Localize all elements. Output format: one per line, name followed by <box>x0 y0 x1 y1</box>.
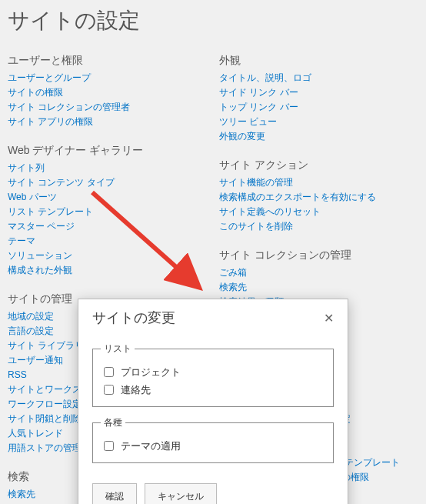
settings-link[interactable]: サイト アプリの権限 <box>8 115 207 129</box>
settings-link[interactable]: サイトの権限 <box>8 85 207 99</box>
checkbox[interactable] <box>104 441 114 451</box>
settings-link[interactable]: 検索構成のエクスポートを有効にする <box>219 190 418 204</box>
checkbox-label: 連絡先 <box>121 383 151 397</box>
confirm-button[interactable]: 確認 <box>92 483 137 504</box>
settings-section: Web デザイナー ギャラリーサイト列サイト コンテンツ タイプWeb パーツリ… <box>8 144 207 277</box>
settings-link[interactable]: Web パーツ <box>8 190 207 204</box>
settings-link[interactable]: サイト コレクションの管理者 <box>8 100 207 114</box>
site-change-dialog: サイトの変更 ✕ リスト プロジェクト連絡先 各種 テーマの適用 確認 キャンセ… <box>78 299 348 504</box>
section-heading: サイト アクション <box>219 159 418 172</box>
checkbox-row: テーマの適用 <box>101 439 325 453</box>
section-heading: サイト コレクションの管理 <box>219 249 418 262</box>
settings-link[interactable]: ソリューション <box>8 249 207 262</box>
settings-link[interactable]: サイド リンク バー <box>219 85 418 99</box>
cancel-button[interactable]: キャンセル <box>145 483 217 504</box>
section-heading: ユーザーと権限 <box>8 54 207 68</box>
close-icon[interactable]: ✕ <box>321 309 337 327</box>
fieldset-list-legend: リスト <box>101 342 135 355</box>
settings-section: ユーザーと権限ユーザーとグループサイトの権限サイト コレクションの管理者サイト … <box>8 54 207 129</box>
fieldset-list: リスト プロジェクト連絡先 <box>92 342 334 407</box>
settings-link[interactable]: このサイトを削除 <box>219 219 418 233</box>
settings-link[interactable]: サイト機能の管理 <box>219 175 418 189</box>
checkbox-row: 連絡先 <box>101 382 325 397</box>
settings-link[interactable]: 構成された外観 <box>8 263 207 277</box>
section-heading: Web デザイナー ギャラリー <box>8 144 207 158</box>
fieldset-misc-legend: 各種 <box>101 416 125 429</box>
settings-link[interactable]: 外観の変更 <box>219 129 418 143</box>
settings-link[interactable]: サイト定義へのリセット <box>219 205 418 219</box>
settings-link[interactable]: マスター ページ <box>8 219 207 233</box>
settings-link[interactable]: 検索先 <box>219 280 418 294</box>
checkbox-row: プロジェクト <box>101 365 325 379</box>
checkbox[interactable] <box>104 385 114 395</box>
settings-section: 外観タイトル、説明、ロゴサイド リンク バートップ リンク バーツリー ビュー外… <box>219 54 418 143</box>
checkbox-label: テーマの適用 <box>121 439 181 453</box>
checkbox[interactable] <box>104 367 114 377</box>
checkbox-label: プロジェクト <box>121 365 181 379</box>
settings-link[interactable]: リスト テンプレート <box>8 205 207 219</box>
settings-link[interactable]: サイト列 <box>8 161 207 175</box>
page-title: サイトの設定 <box>8 6 418 35</box>
settings-link[interactable]: トップ リンク バー <box>219 100 418 114</box>
settings-link[interactable]: タイトル、説明、ロゴ <box>219 71 418 85</box>
settings-section: サイト アクションサイト機能の管理検索構成のエクスポートを有効にするサイト定義へ… <box>219 159 418 233</box>
settings-link[interactable]: ごみ箱 <box>219 265 418 279</box>
settings-link[interactable]: テーマ <box>8 234 207 248</box>
section-heading: 外観 <box>219 54 418 68</box>
settings-link[interactable]: ツリー ビュー <box>219 115 418 129</box>
fieldset-misc: 各種 テーマの適用 <box>92 416 334 463</box>
settings-link[interactable]: ユーザーとグループ <box>8 71 207 85</box>
dialog-title: サイトの変更 <box>92 309 175 327</box>
settings-link[interactable]: サイト コンテンツ タイプ <box>8 175 207 189</box>
